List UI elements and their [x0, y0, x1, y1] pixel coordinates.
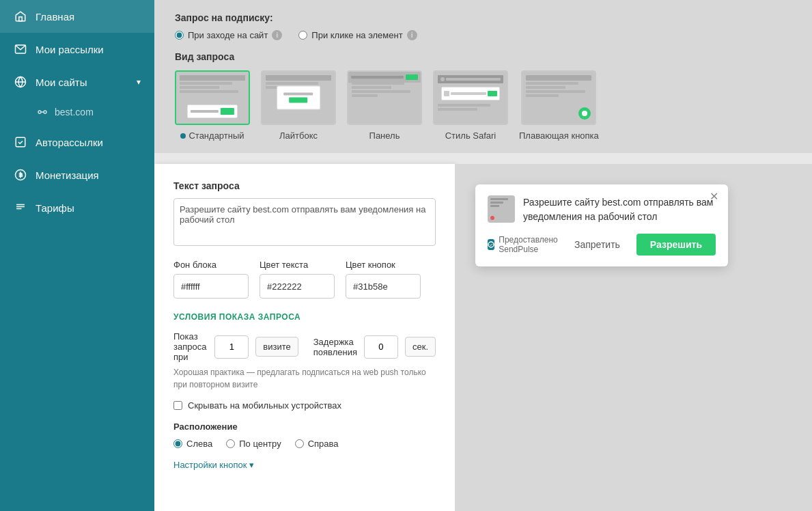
sidebar-item-mailings[interactable]: Мои рассылки	[0, 33, 154, 66]
radio-on-visit-label: При заходе на сайт	[188, 30, 268, 40]
view-type-label: Вид запроса	[175, 51, 792, 62]
sidebar-item-automail-label: Авторассылки	[36, 137, 103, 148]
view-type-standard-name: Стандартный	[180, 130, 244, 141]
sidebar-item-sites-label: Мои сайты	[36, 77, 87, 88]
view-type-floating-thumb	[521, 70, 596, 125]
text-color-input[interactable]	[260, 274, 335, 299]
view-type-safari-name: Стиль Safari	[445, 130, 496, 141]
sidebar-item-home-label: Главная	[36, 11, 74, 23]
position-left[interactable]: Слева	[173, 439, 212, 449]
position-center-radio[interactable]	[226, 439, 235, 448]
position-options: Слева По центру Справа	[173, 439, 436, 449]
link-icon	[36, 105, 49, 119]
text-request-title: Текст запроса	[173, 180, 436, 191]
money-icon	[14, 168, 27, 182]
position-left-label: Слева	[186, 439, 212, 449]
notification-popup: ✕ Разрешите сайту best.com отправлять ва…	[475, 184, 728, 266]
subscription-request-label: Запрос на подписку:	[175, 12, 792, 23]
sidebar-item-bestcom[interactable]: best.com	[0, 98, 154, 126]
hide-mobile-row: Скрывать на мобильных устройствах	[173, 400, 436, 411]
chevron-right-icon: ▾	[249, 460, 254, 470]
settings-buttons-link[interactable]: Настройки кнопок ▾	[173, 460, 436, 470]
position-center[interactable]: По центру	[226, 439, 281, 449]
show-when-input[interactable]	[214, 335, 249, 359]
sidebar-item-bestcom-label: best.com	[55, 107, 94, 118]
preview-area: ✕ Разрешите сайту best.com отправлять ва…	[455, 164, 812, 511]
position-label: Расположение	[173, 422, 436, 432]
deny-button[interactable]: Запретить	[563, 234, 631, 255]
settings-link-text: Настройки кнопок	[173, 460, 247, 470]
view-type-panel-thumb	[347, 70, 422, 125]
view-type-floating-name: Плавающая кнопка	[519, 130, 599, 141]
position-right-radio[interactable]	[295, 439, 304, 448]
radio-on-visit-input[interactable]	[175, 31, 184, 40]
popup-header: Разрешите сайту best.com отправлять вам …	[488, 195, 716, 224]
button-color-input[interactable]	[346, 274, 421, 299]
info-on-click-icon[interactable]: i	[407, 30, 417, 40]
radio-on-click-input[interactable]	[298, 31, 307, 40]
popup-actions: Запретить Разрешить	[563, 234, 716, 255]
sidebar-item-automail[interactable]: Авторассылки	[0, 126, 154, 158]
top-area: Запрос на подписку: При заходе на сайт i…	[154, 0, 812, 153]
hide-mobile-checkbox[interactable]	[173, 401, 182, 410]
popup-text: Разрешите сайту best.com отправлять вам …	[523, 195, 716, 224]
globe-icon	[14, 75, 27, 89]
view-type-panel[interactable]: Панель	[347, 70, 422, 141]
conditions-title: УСЛОВИЯ ПОКАЗА ЗАПРОСА	[173, 312, 436, 322]
view-type-safari-thumb	[433, 70, 508, 125]
tariff-icon	[14, 201, 27, 215]
delay-input[interactable]	[364, 335, 398, 359]
hint-text: Хорошая практика — предлагать подписатьс…	[173, 366, 436, 391]
position-center-label: По центру	[239, 439, 281, 449]
delay-unit: сек.	[405, 337, 436, 357]
text-request-input[interactable]: Разрешите сайту best.com отправлять вам …	[173, 198, 436, 246]
view-type-safari[interactable]: Стиль Safari	[433, 70, 508, 141]
button-color-label: Цвет кнопок	[346, 260, 421, 270]
mail-icon	[14, 42, 27, 56]
hide-mobile-label: Скрывать на мобильных устройствах	[188, 400, 341, 411]
sites-row: Мои сайты ▾	[36, 77, 141, 88]
view-type-lightbox[interactable]: Лайтбокс	[261, 70, 336, 141]
view-type-panel-name: Панель	[369, 130, 400, 141]
request-type-group: При заходе на сайт i При клике на элемен…	[175, 30, 792, 40]
show-when-label: Показ запроса при	[173, 331, 208, 362]
svg-rect-3	[16, 137, 25, 147]
text-color-group: Цвет текста	[260, 260, 335, 299]
selected-indicator	[180, 133, 186, 139]
popup-provided: Предоставлено SendPulse	[488, 235, 563, 254]
popup-site-icon	[488, 195, 515, 223]
view-type-standard[interactable]: Стандартный	[175, 70, 250, 141]
sidebar-item-monetization[interactable]: Монетизация	[0, 158, 154, 191]
view-type-floating[interactable]: Плавающая кнопка	[519, 70, 599, 141]
position-right[interactable]: Справа	[295, 439, 339, 449]
block-bg-input[interactable]	[173, 274, 249, 299]
delay-label: Задержка появления	[313, 337, 357, 357]
info-on-visit-icon[interactable]: i	[272, 30, 282, 40]
view-types-row: Стандартный	[175, 70, 792, 141]
sendpulse-logo-icon	[488, 239, 494, 250]
sidebar-item-tariffs-label: Тарифы	[36, 202, 74, 214]
sidebar: Главная Мои рассылки Мои сайты ▾ best.co…	[0, 0, 154, 511]
sidebar-item-tariffs[interactable]: Тарифы	[0, 191, 154, 224]
view-type-lightbox-name: Лайтбокс	[279, 130, 318, 141]
form-panel: Текст запроса Разрешите сайту best.com о…	[154, 164, 455, 511]
panel-area: Текст запроса Разрешите сайту best.com о…	[154, 164, 812, 511]
svg-point-5	[488, 242, 494, 247]
svg-rect-0	[19, 17, 23, 21]
popup-close-button[interactable]: ✕	[710, 191, 718, 202]
text-color-label: Цвет текста	[260, 260, 335, 270]
show-when-unit: визите	[255, 337, 298, 357]
position-left-radio[interactable]	[173, 439, 182, 448]
radio-on-visit[interactable]: При заходе на сайт i	[175, 30, 282, 40]
main-content: Запрос на подписку: При заходе на сайт i…	[154, 0, 812, 511]
home-icon	[14, 10, 27, 23]
allow-button[interactable]: Разрешить	[636, 234, 716, 255]
popup-footer: Предоставлено SendPulse Запретить Разреш…	[488, 234, 716, 255]
view-type-standard-thumb	[175, 70, 250, 125]
button-color-group: Цвет кнопок	[346, 260, 421, 299]
position-right-label: Справа	[308, 439, 339, 449]
view-type-lightbox-thumb	[261, 70, 336, 125]
sidebar-item-sites[interactable]: Мои сайты ▾	[0, 66, 154, 98]
sidebar-item-home[interactable]: Главная	[0, 0, 154, 33]
radio-on-click[interactable]: При клике на элемент i	[298, 30, 417, 40]
